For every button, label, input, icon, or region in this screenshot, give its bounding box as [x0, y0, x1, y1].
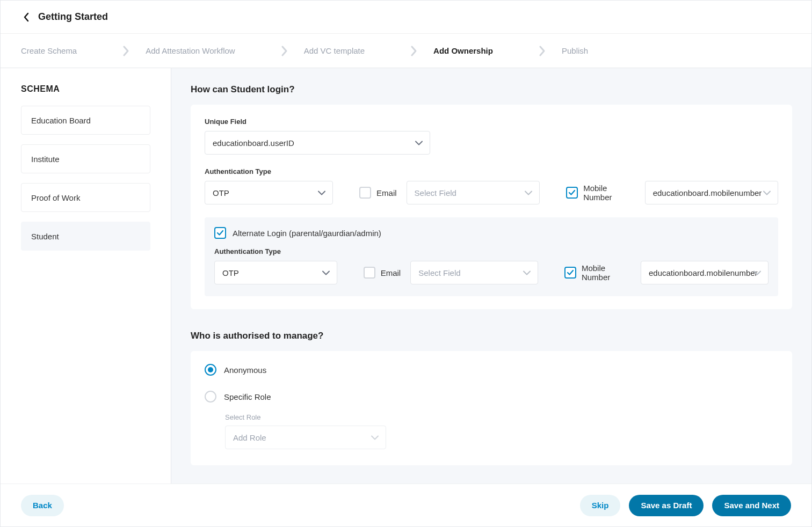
step-vc-template[interactable]: Add VC template [304, 46, 433, 56]
radio-icon [205, 391, 216, 402]
manage-section-title: Who is authorised to manage? [191, 331, 792, 341]
chevron-down-icon [317, 188, 326, 197]
alt-auth-type-select[interactable]: OTP [214, 261, 337, 284]
chevron-down-icon [415, 138, 423, 148]
chevron-down-icon [763, 188, 771, 197]
mobile-label: Mobile Number [583, 184, 635, 202]
select-role-label: Select Role [225, 413, 778, 421]
page-header: Getting Started [1, 1, 811, 34]
email-checkbox[interactable] [359, 187, 371, 199]
step-label: Create Schema [21, 46, 121, 55]
alt-auth-type-label: Authentication Type [214, 247, 769, 255]
unique-field-label: Unique Field [205, 118, 778, 126]
select-role-select[interactable]: Add Role [225, 426, 386, 449]
anonymous-label: Anonymous [224, 365, 266, 375]
select-value: OTP [213, 188, 229, 197]
schema-sidebar: SCHEMA Education Board Institute Proof o… [1, 68, 171, 484]
save-next-button[interactable]: Save and Next [712, 495, 791, 516]
specific-role-label: Specific Role [224, 392, 271, 401]
alt-mobile-label: Mobile Number [582, 264, 631, 282]
mobile-checkbox[interactable] [566, 187, 578, 199]
stepper: Create Schema Add Attestation Workflow A… [1, 34, 811, 68]
step-label: Add Attestation Workflow [146, 46, 279, 55]
alt-email-checkbox[interactable] [364, 267, 375, 279]
chevron-down-icon [523, 268, 531, 277]
sidebar-item-institute[interactable]: Institute [21, 144, 150, 173]
select-placeholder: Select Field [415, 188, 456, 197]
alternate-login-checkbox[interactable] [214, 227, 226, 239]
select-value: educationboard.mobilenumber [653, 188, 762, 197]
step-label: Publish [562, 46, 632, 55]
alternate-login-label: Alternate Login (parental/gaurdian/admin… [233, 229, 381, 238]
login-section-title: How can Student login? [191, 84, 792, 95]
chevron-right-icon [279, 46, 290, 56]
auth-type-select[interactable]: OTP [205, 181, 333, 204]
chevron-right-icon [537, 46, 548, 56]
unique-field-select[interactable]: educationboard.userID [205, 131, 430, 155]
page-title: Getting Started [38, 11, 108, 23]
email-label: Email [376, 188, 397, 197]
chevron-down-icon [371, 433, 379, 442]
step-ownership[interactable]: Add Ownership [433, 46, 562, 56]
back-chevron-icon[interactable] [21, 12, 32, 23]
sidebar-item-student[interactable]: Student [21, 222, 150, 251]
main-content: How can Student login? Unique Field educ… [171, 68, 811, 484]
sidebar-item-proof-of-work[interactable]: Proof of Work [21, 183, 150, 212]
step-label: Add Ownership [433, 46, 537, 55]
select-value: educationboard.mobilenumber [649, 268, 758, 277]
select-value: OTP [222, 268, 239, 277]
select-placeholder: Add Role [233, 433, 266, 442]
mobile-field-select[interactable]: educationboard.mobilenumber [645, 181, 778, 204]
step-publish[interactable]: Publish [562, 46, 632, 55]
chevron-down-icon [753, 268, 762, 277]
login-card: Unique Field educationboard.userID Authe… [191, 105, 792, 309]
step-label: Add VC template [304, 46, 409, 55]
alt-email-label: Email [381, 268, 401, 277]
sidebar-title: SCHEMA [21, 84, 150, 94]
email-field-select[interactable]: Select Field [407, 181, 540, 204]
step-create-schema[interactable]: Create Schema [21, 46, 146, 56]
chevron-right-icon [121, 46, 132, 56]
auth-type-label: Authentication Type [205, 167, 778, 175]
radio-anonymous[interactable]: Anonymous [205, 364, 778, 376]
chevron-right-icon [409, 46, 419, 56]
radio-icon [205, 364, 216, 376]
skip-button[interactable]: Skip [580, 495, 621, 516]
chevron-down-icon [322, 268, 330, 277]
back-button[interactable]: Back [21, 495, 64, 516]
alt-email-field-select[interactable]: Select Field [410, 261, 538, 284]
alt-mobile-checkbox[interactable] [564, 267, 576, 279]
select-role-field: Select Role Add Role [225, 413, 778, 449]
select-placeholder: Select Field [418, 268, 460, 277]
manage-card: Anonymous Specific Role Select Role Add … [191, 351, 792, 465]
sidebar-item-education-board[interactable]: Education Board [21, 106, 150, 135]
footer: Back Skip Save as Draft Save and Next [1, 484, 811, 526]
chevron-down-icon [524, 188, 533, 197]
select-value: educationboard.userID [213, 138, 294, 148]
alternate-login-panel: Alternate Login (parental/gaurdian/admin… [205, 217, 778, 296]
radio-specific-role[interactable]: Specific Role [205, 391, 778, 402]
save-draft-button[interactable]: Save as Draft [629, 495, 704, 516]
step-attestation[interactable]: Add Attestation Workflow [146, 46, 303, 56]
alt-mobile-field-select[interactable]: educationboard.mobilenumber [641, 261, 769, 284]
